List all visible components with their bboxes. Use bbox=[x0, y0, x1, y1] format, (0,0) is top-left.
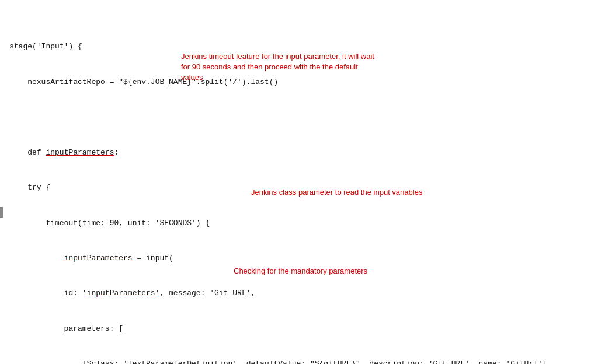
code-line-4: def inputParameters; bbox=[9, 147, 589, 159]
annotation-class-param: Jenkins class parameter to read the inpu… bbox=[251, 187, 422, 198]
code-line-10: [$class: 'TextParameterDefinition', defa… bbox=[9, 358, 589, 364]
code-line-7: inputParameters = input( bbox=[9, 253, 589, 264]
annotation-timeout: Jenkins timeout feature for the input pa… bbox=[181, 51, 380, 83]
code-line-8: id: 'inputParameters', message: 'Git URL… bbox=[9, 288, 589, 299]
code-editor: stage('Input') { nexusArtifactRepo = "${… bbox=[0, 0, 598, 364]
code-line-9: parameters: [ bbox=[9, 323, 589, 335]
annotation-checking: Checking for the mandatory parameters bbox=[234, 265, 367, 277]
code-line-6: timeout(time: 90, unit: 'SECONDS') { bbox=[9, 218, 589, 229]
left-indicator-bar bbox=[0, 207, 3, 218]
code-line-3 bbox=[9, 111, 589, 123]
